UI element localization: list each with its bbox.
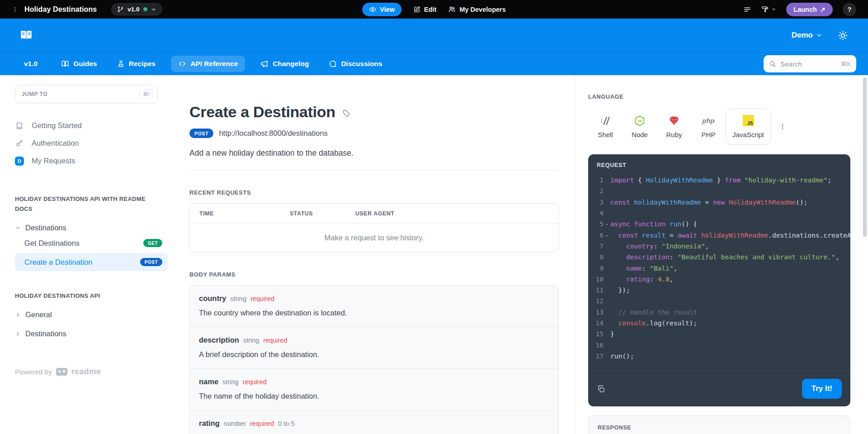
fold-caret-icon[interactable]: ▾ [604,221,610,227]
language-node[interactable]: JS Node [623,109,657,144]
status-dot [143,7,147,11]
my-developers-button[interactable]: My Developers [448,5,505,13]
param-required: required [243,378,267,386]
code-text: const result = await holidayWithReadme.d… [610,232,850,239]
help-button[interactable]: ? [843,3,856,16]
endpoint-label: Create a Destination [24,258,92,267]
param-row-name: namestringrequiredThe name of the holida… [190,368,558,410]
search-input[interactable]: Search ⌘K [764,55,856,72]
tab-guides[interactable]: Guides [57,56,102,72]
appearance-button[interactable] [761,5,776,13]
theme-sun-icon[interactable] [838,30,848,41]
nav-lines-icon[interactable] [743,5,751,14]
ruby-icon [668,114,680,127]
code-line: 15} [588,329,850,339]
param-range: 0 to 5 [278,420,294,427]
tab-discussions-label: Discussions [341,60,382,68]
code-line: 16 [588,339,850,350]
divider [189,170,559,171]
language-ruby[interactable]: Ruby [657,109,691,144]
code-line: 10 rating: 4.8, [588,274,850,285]
sidebar-item-getting-started[interactable]: Getting Started [15,117,172,134]
sidebar-section-title: HOLIDAY DESTINATIONS API [15,291,151,301]
language-label: Shell [598,131,613,138]
tab-api-reference-label: API Reference [190,60,238,68]
code-text: name: "Bali", [610,265,850,272]
view-button[interactable]: View [362,3,401,16]
line-number: 17 [588,353,604,360]
code-editor[interactable]: 1import { HolidayWithReadme } from "holi… [588,171,850,366]
line-number: 9 [588,265,604,272]
try-it-panel: LANGUAGE Shell JS Node Ruby php PHP [576,75,868,434]
caret-spacer [604,345,610,346]
param-name: rating [199,419,220,427]
tenant-menu[interactable]: Demo [792,31,822,40]
more-languages-kebab-icon[interactable] [779,123,786,131]
caret-spacer [604,202,610,203]
edit-button[interactable]: Edit [413,6,436,13]
code-text: rating: 4.8, [610,276,850,283]
line-number: 3 [588,199,604,206]
paint-roller-icon [761,5,769,13]
code-text: async function run() { [610,220,850,228]
readme-wordmark: readme [71,367,101,377]
launch-label: Launch [793,6,817,13]
tag-icon[interactable] [342,109,350,117]
fold-caret-icon[interactable]: ▾ [604,233,610,238]
code-line: 4 [588,208,850,219]
copy-code-icon[interactable] [597,385,605,393]
jump-to-search[interactable]: JUMP TO ⌘/ [15,85,158,103]
tab-discussions[interactable]: Discussions [324,56,387,72]
param-description: The country where the destination is loc… [199,309,549,317]
tab-api-reference[interactable]: API Reference [171,56,245,72]
tab-changelog[interactable]: Changelog [256,56,313,72]
launch-button[interactable]: Launch ↗ [786,3,833,16]
search-shortcut: ⌘K [840,60,851,67]
sidebar-group-general[interactable]: General [15,309,172,320]
code-line: 2 [588,186,850,196]
sidebar-item-authentication[interactable]: Authentication [15,134,172,152]
pencil-icon [413,6,420,13]
param-required: required [250,295,274,302]
caret-spacer [604,191,610,191]
project-header: Demo [0,19,868,52]
chevron-down-icon [771,7,776,12]
language-javascript[interactable]: JS JavaScript [726,108,771,145]
tab-guides-label: Guides [73,60,97,68]
response-heading: RESPONSE [589,416,850,434]
line-number: 15 [588,330,604,338]
code-text: // Handle the result [610,309,850,316]
sidebar-endpoint-get-destinations[interactable]: Get Destinations GET [15,234,168,252]
sidebar-group-destinations-2[interactable]: Destinations [15,328,172,339]
edit-label: Edit [424,6,436,13]
my-developers-label: My Developers [459,6,505,13]
code-line: 5▾async function run() { [588,219,850,229]
endpoint-url: http://localhost:8000/destinations [219,129,327,138]
project-kebab-icon[interactable] [12,6,18,13]
logo-book-icon[interactable] [20,30,33,41]
version-selector[interactable]: v1.0 [111,3,162,15]
nav-version[interactable]: v1.0 [24,60,38,68]
code-line: 3const holidayWithReadme = new HolidayWi… [588,197,850,208]
page-scrollbar[interactable] [863,77,867,237]
tab-recipes[interactable]: Recipes [113,56,160,72]
caret-spacer [604,290,610,291]
param-required: required [250,420,274,427]
language-php[interactable]: php PHP [691,109,726,144]
powered-by-readme[interactable]: Powered by readme [15,367,172,377]
caret-spacer [604,180,610,181]
search-icon [769,60,776,67]
language-shell[interactable]: Shell [588,109,623,144]
try-it-button[interactable]: Try It! [802,379,842,399]
line-number: 6 [588,232,604,239]
recent-requests-heading: RECENT REQUESTS [189,189,559,196]
recent-requests-table: TIME STATUS USER AGENT Make a request to… [189,203,559,253]
endpoint-label: Get Destinations [24,239,80,248]
sidebar-endpoint-create-a-destination[interactable]: Create a Destination POST [15,253,168,271]
arrow-up-right-icon: ↗ [820,6,826,13]
sidebar-item-my-requests[interactable]: D My Requests [15,152,172,170]
sidebar-group-destinations[interactable]: Destinations [15,222,172,233]
caret-spacer [604,334,610,334]
code-line: 7 country: "Indonesia", [588,241,850,252]
line-number: 11 [588,286,604,294]
